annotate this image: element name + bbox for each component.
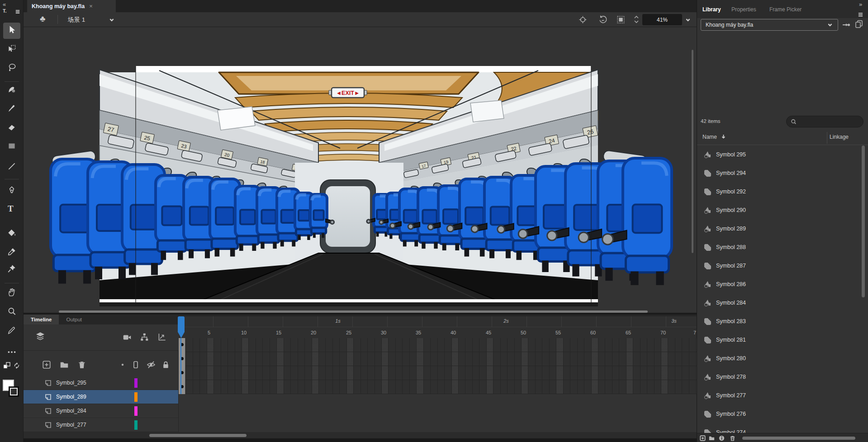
swap-colors-icon[interactable] — [13, 362, 21, 370]
outline-column-icon[interactable] — [131, 360, 140, 370]
library-item[interactable]: Symbol 290 — [697, 201, 861, 220]
library-item[interactable]: Symbol 286 — [697, 275, 861, 294]
classic-brush-tool-icon[interactable] — [7, 103, 17, 113]
document-tab[interactable]: Khoang máy bay.fla × — [27, 0, 116, 12]
ruler-number: 50 — [521, 330, 526, 335]
fluid-brush-tool-icon[interactable] — [7, 85, 17, 94]
stage-canvas[interactable]: 27 25 23 20 18 16 17 19 21 22 24 26 — [24, 27, 697, 313]
more-tools-icon[interactable] — [7, 347, 17, 357]
collapse-panel-button[interactable]: « — [3, 1, 6, 8]
asset-warp-pin-tool-icon[interactable] — [7, 264, 17, 274]
eyedropper-tool-icon[interactable] — [7, 247, 17, 257]
timeline-frames-grid[interactable] — [179, 338, 697, 394]
line-tool-icon[interactable] — [7, 161, 17, 171]
tab-timeline[interactable]: Timeline — [24, 315, 59, 324]
motion-editor-graph-icon[interactable] — [157, 332, 167, 342]
panel-menu-icon[interactable] — [14, 9, 21, 14]
library-item[interactable]: Symbol 278 — [697, 368, 861, 386]
selection-tool-icon[interactable] — [7, 25, 17, 35]
scene-chevron-down-icon[interactable] — [109, 17, 115, 23]
layer-color-chip[interactable] — [134, 406, 138, 416]
layer-row-symbol-289-selected[interactable]: Symbol_289 — [24, 390, 179, 404]
delete-layer-trash-icon[interactable] — [77, 360, 87, 370]
text-tool-icon[interactable]: T — [8, 204, 18, 214]
layer-row-symbol-277[interactable]: Symbol_277 — [24, 418, 179, 432]
tab-library[interactable]: Library — [702, 6, 721, 13]
scene-name-label: 场景 1 — [68, 16, 85, 24]
layer-color-chip[interactable] — [134, 420, 138, 430]
symbol-club-icon[interactable]: ♣ — [40, 14, 45, 24]
zoom-tool-icon[interactable] — [7, 306, 17, 316]
library-item[interactable]: Symbol 276 — [697, 405, 861, 423]
library-vertical-scrollbar[interactable] — [862, 146, 865, 297]
movieclip-symbol-icon — [704, 411, 711, 418]
highlight-column-dot-icon[interactable] — [119, 362, 126, 368]
new-library-panel-icon[interactable] — [854, 19, 863, 29]
library-item[interactable]: Symbol 295 — [697, 146, 861, 164]
hand-tool-icon[interactable] — [7, 287, 17, 297]
library-horizontal-scrollbar-thumb[interactable] — [742, 437, 855, 440]
lock-layers-icon[interactable] — [161, 360, 171, 370]
row-number-placard: 27 — [107, 126, 115, 134]
new-folder-icon[interactable] — [708, 435, 715, 442]
eraser-tool-icon[interactable] — [7, 122, 17, 132]
pencil-tool-icon[interactable] — [7, 325, 17, 335]
library-item[interactable]: Symbol 283 — [697, 312, 861, 331]
layer-row-symbol-284[interactable]: Symbol_284 — [24, 404, 179, 418]
pin-library-icon[interactable] — [842, 21, 851, 28]
rectangle-tool-icon[interactable] — [7, 141, 17, 151]
layer-hierarchy-icon[interactable] — [139, 332, 149, 342]
timeline-seconds-band[interactable]: 1s 2s 3s — [179, 316, 697, 327]
column-header-name[interactable]: Name — [702, 134, 717, 140]
default-colors-icon[interactable] — [3, 362, 12, 371]
zoom-chevron-down-icon[interactable] — [685, 17, 691, 23]
library-item[interactable]: Symbol 289 — [697, 220, 861, 238]
lasso-tool-icon[interactable] — [7, 62, 17, 72]
timeline-frame-ruler[interactable]: 5 10 15 20 25 30 35 40 45 50 55 60 65 70… — [179, 327, 697, 338]
layers-panel-icon[interactable] — [34, 331, 46, 343]
stroke-color-swatch[interactable] — [9, 386, 19, 397]
new-symbol-icon[interactable] — [699, 435, 706, 442]
graphic-symbol-icon — [704, 300, 711, 306]
layer-name: Symbol_295 — [56, 380, 86, 386]
paint-bucket-tool-icon[interactable] — [7, 228, 17, 238]
canvas-vertical-scrollbar[interactable] — [692, 50, 693, 253]
timeline-scrollbar-thumb[interactable] — [149, 434, 247, 437]
library-panel-header: Library Properties Frame Picker » — [697, 0, 868, 18]
clip-content-outside-stage-icon[interactable] — [616, 15, 626, 24]
subselection-tool-icon[interactable] — [7, 44, 17, 54]
layer-color-chip[interactable] — [134, 378, 138, 388]
layer-row-symbol-295[interactable]: Symbol_295 — [24, 376, 179, 390]
zoom-stepper-icon[interactable] — [633, 14, 640, 24]
library-bottom-bar — [697, 433, 868, 442]
library-item[interactable]: Symbol 280 — [697, 349, 861, 368]
item-properties-info-icon[interactable] — [718, 435, 725, 442]
library-item[interactable]: Symbol 281 — [697, 331, 861, 349]
tab-properties[interactable]: Properties — [731, 6, 756, 13]
library-document-select[interactable]: Khoang máy bay.fla — [701, 19, 838, 31]
tab-output[interactable]: Output — [59, 315, 89, 324]
delete-item-trash-icon[interactable] — [729, 435, 736, 442]
library-item[interactable]: Symbol 277 — [697, 386, 861, 405]
close-tab-icon[interactable]: × — [89, 3, 93, 9]
tab-frame-picker[interactable]: Frame Picker — [769, 6, 802, 13]
zoom-level-field[interactable]: 41% — [642, 14, 682, 25]
column-header-linkage[interactable]: Linkage — [830, 134, 849, 140]
new-layer-icon[interactable] — [42, 360, 52, 370]
library-item[interactable]: Symbol 292 — [697, 183, 861, 201]
hide-layers-eye-slash-icon[interactable] — [146, 360, 157, 370]
library-panel-menu-icon[interactable] — [857, 12, 864, 18]
layer-color-chip[interactable] — [134, 392, 138, 402]
camera-icon[interactable] — [122, 332, 132, 342]
timeline-horizontal-scrollbar[interactable] — [24, 432, 697, 438]
library-search-input[interactable] — [786, 116, 863, 127]
library-item[interactable]: Symbol 288 — [697, 238, 861, 257]
center-stage-crosshair-icon[interactable] — [578, 15, 588, 24]
library-item[interactable]: Symbol 294 — [697, 164, 861, 183]
library-item[interactable]: Symbol 284 — [697, 294, 861, 312]
new-folder-icon[interactable] — [59, 360, 69, 370]
library-item[interactable]: Symbol 287 — [697, 257, 861, 275]
expand-panel-button[interactable]: » — [859, 1, 862, 8]
pen-tool-icon[interactable] — [7, 186, 17, 196]
rotate-view-icon[interactable] — [598, 15, 607, 24]
